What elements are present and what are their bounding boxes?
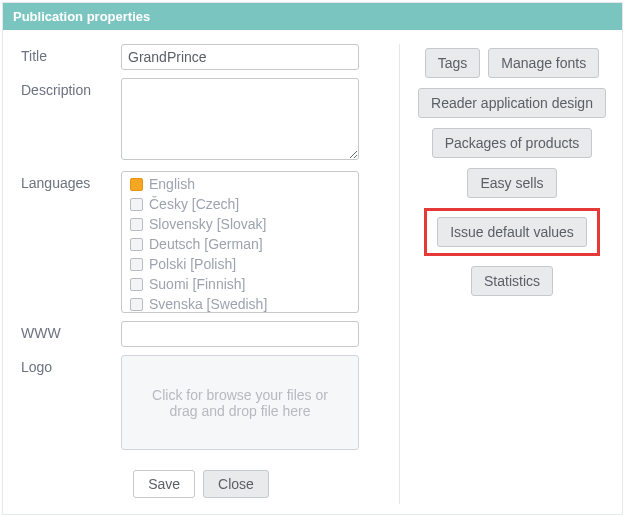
label-www: WWW <box>21 321 121 341</box>
form-column: Title Description Languages Englis <box>21 44 381 504</box>
row-title: Title <box>21 44 381 70</box>
lang-label: English <box>149 176 195 192</box>
statistics-button[interactable]: Statistics <box>471 266 553 296</box>
lang-label: Svenska [Swedish] <box>149 296 267 312</box>
list-item[interactable]: Slovensky [Slovak] <box>122 214 358 234</box>
footer-buttons: Save Close <box>21 458 381 504</box>
manage-fonts-button[interactable]: Manage fonts <box>488 48 599 78</box>
list-item[interactable]: Deutsch [German] <box>122 234 358 254</box>
www-input[interactable] <box>121 321 359 347</box>
packages-button[interactable]: Packages of products <box>432 128 593 158</box>
checkbox-icon[interactable] <box>130 178 143 191</box>
list-item[interactable]: Svenska [Swedish] <box>122 294 358 313</box>
checkbox-icon[interactable] <box>130 198 143 211</box>
lang-label: Slovensky [Slovak] <box>149 216 267 232</box>
easy-sells-button[interactable]: Easy sells <box>467 168 556 198</box>
description-textarea[interactable] <box>121 78 359 160</box>
row-www: WWW <box>21 321 381 347</box>
logo-dropzone[interactable]: Click for browse your files or drag and … <box>121 355 359 450</box>
highlight-box: Issue default values <box>424 208 600 256</box>
lang-label: Česky [Czech] <box>149 196 239 212</box>
checkbox-icon[interactable] <box>130 218 143 231</box>
tags-button[interactable]: Tags <box>425 48 481 78</box>
sidebar-buttons: Tags Manage fonts Reader application des… <box>399 44 610 504</box>
list-item[interactable]: Polski [Polish] <box>122 254 358 274</box>
row-languages: Languages English Česky [Czech] <box>21 171 381 313</box>
list-item[interactable]: Suomi [Finnish] <box>122 274 358 294</box>
languages-listbox[interactable]: English Česky [Czech] Slovensky [Slovak] <box>121 171 359 313</box>
dropzone-text: Click for browse your files or drag and … <box>144 387 336 419</box>
publication-properties-dialog: Publication properties Title Description… <box>2 2 623 515</box>
dialog-body: Title Description Languages Englis <box>3 30 622 514</box>
title-input[interactable] <box>121 44 359 70</box>
label-description: Description <box>21 78 121 98</box>
lang-label: Polski [Polish] <box>149 256 236 272</box>
checkbox-icon[interactable] <box>130 258 143 271</box>
label-title: Title <box>21 44 121 64</box>
save-button[interactable]: Save <box>133 470 195 498</box>
label-languages: Languages <box>21 171 121 191</box>
close-button[interactable]: Close <box>203 470 269 498</box>
reader-design-button[interactable]: Reader application design <box>418 88 606 118</box>
row-description: Description <box>21 78 381 163</box>
issue-defaults-button[interactable]: Issue default values <box>437 217 587 247</box>
label-logo: Logo <box>21 355 121 375</box>
row-logo: Logo Click for browse your files or drag… <box>21 355 381 450</box>
lang-label: Deutsch [German] <box>149 236 263 252</box>
lang-label: Suomi [Finnish] <box>149 276 245 292</box>
list-item[interactable]: Česky [Czech] <box>122 194 358 214</box>
checkbox-icon[interactable] <box>130 238 143 251</box>
list-item[interactable]: English <box>122 174 358 194</box>
checkbox-icon[interactable] <box>130 278 143 291</box>
dialog-title: Publication properties <box>3 3 622 30</box>
checkbox-icon[interactable] <box>130 298 143 311</box>
